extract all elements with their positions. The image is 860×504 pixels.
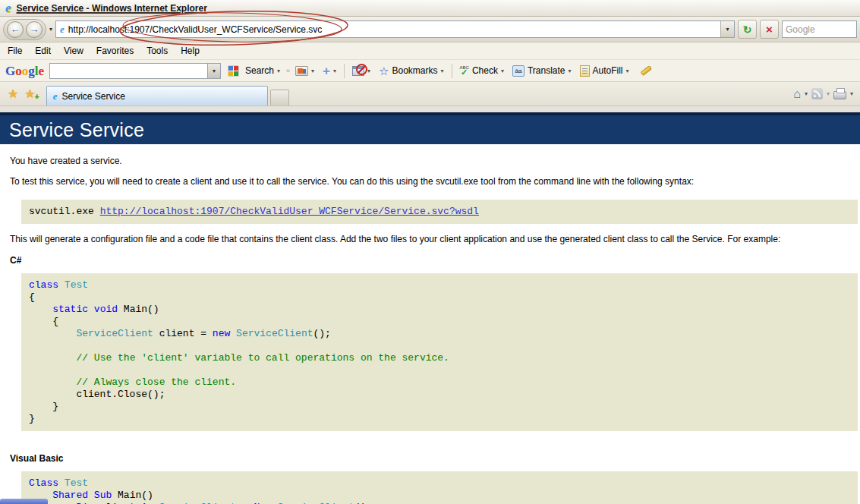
generate-instructions-text: This will generate a configuration file … bbox=[10, 234, 850, 244]
bookmarks-label: Bookmarks bbox=[392, 65, 438, 76]
refresh-icon: ↻ bbox=[743, 24, 752, 36]
plus-icon: + bbox=[323, 65, 330, 77]
bookmark-star-icon: ☆ bbox=[379, 65, 389, 77]
page-banner: Service Service bbox=[0, 112, 860, 144]
svcutil-command-prefix: svcutil.exe bbox=[29, 206, 100, 217]
spellcheck-icon: ABC ✓ bbox=[460, 65, 469, 77]
highlighter-button[interactable] bbox=[635, 67, 657, 74]
toolbar-resize-handle[interactable]: ‹› bbox=[286, 67, 289, 74]
menu-bar: File Edit View Favorites Tools Help bbox=[0, 43, 860, 60]
chevron-down-icon: ▾ bbox=[367, 68, 370, 74]
vb-heading: Visual Basic bbox=[10, 453, 860, 464]
menu-view[interactable]: View bbox=[58, 43, 91, 58]
favorites-button[interactable]: ★ bbox=[8, 88, 18, 100]
stop-button[interactable]: × bbox=[760, 20, 779, 39]
add-toolbar-button[interactable]: + ▾ bbox=[320, 63, 339, 79]
vb-code-block: Class Test Shared Sub Main() Dim client … bbox=[21, 471, 858, 504]
wsdl-link[interactable]: http://localhost:1907/CheckValidUser_WCF… bbox=[100, 206, 479, 217]
chrome-page-gap bbox=[0, 106, 860, 112]
tab-service-service[interactable]: e Service Service bbox=[46, 86, 268, 106]
chevron-down-icon: ▾ bbox=[277, 68, 280, 74]
tab-label: Service Service bbox=[61, 91, 124, 102]
chevron-down-icon: ▾ bbox=[827, 90, 830, 97]
send-to-icon bbox=[295, 66, 308, 76]
search-button-label: Search bbox=[245, 65, 274, 76]
google-icon bbox=[228, 65, 239, 77]
chevron-down-icon[interactable]: ▾ bbox=[850, 90, 853, 97]
new-tab-button[interactable] bbox=[270, 90, 289, 106]
back-button[interactable]: ← bbox=[7, 21, 24, 38]
rss-feed-button[interactable] bbox=[811, 88, 823, 99]
checkmark-icon: ✓ bbox=[461, 68, 468, 77]
autofill-label: AutoFill bbox=[593, 65, 623, 76]
page-title: Service Service bbox=[0, 119, 144, 141]
highlighter-icon bbox=[640, 65, 652, 76]
test-instructions-text: To test this service, you will need to c… bbox=[10, 176, 850, 187]
tab-bar: ★ ★+ e Service Service ⌂ ▾ ▾ ▾ bbox=[0, 82, 860, 106]
menu-help[interactable]: Help bbox=[175, 43, 207, 58]
window-title: Service Service - Windows Internet Explo… bbox=[17, 3, 207, 14]
google-search-dropdown[interactable]: ▾ bbox=[207, 63, 221, 79]
chevron-down-icon[interactable]: ▾ bbox=[805, 90, 808, 97]
chevron-down-icon: ▾ bbox=[441, 68, 444, 74]
star-icon: ★ bbox=[24, 87, 35, 100]
forward-arrow-icon: → bbox=[30, 24, 39, 35]
chevron-down-icon: ▾ bbox=[333, 68, 336, 74]
ie-logo-icon: e bbox=[5, 2, 11, 14]
browser-search-box bbox=[782, 20, 857, 38]
chevron-down-icon: ▾ bbox=[311, 68, 314, 74]
refresh-button[interactable]: ↻ bbox=[738, 20, 757, 39]
chevron-down-icon: ▾ bbox=[501, 68, 504, 74]
spellcheck-button[interactable]: ABC ✓ Check ▾ bbox=[458, 64, 506, 78]
translate-button[interactable]: âa Translate ▾ bbox=[510, 64, 574, 78]
autofill-icon bbox=[580, 65, 590, 77]
page-ie-icon: e bbox=[60, 24, 65, 36]
google-logo: Google bbox=[5, 65, 44, 77]
history-dropdown-icon[interactable]: ▾ bbox=[49, 26, 52, 33]
popup-blocker-icon bbox=[352, 66, 364, 76]
stop-icon: × bbox=[766, 23, 773, 36]
menu-file[interactable]: File bbox=[2, 43, 30, 58]
address-bar[interactable]: e http://localhost:1907/CheckValidUser_W… bbox=[55, 20, 735, 38]
translate-icon: âa bbox=[512, 65, 525, 77]
navigation-bar: ← → ▾ e http://localhost:1907/CheckValid… bbox=[0, 17, 860, 43]
svcutil-command-block: svcutil.exe http://localhost:1907/CheckV… bbox=[21, 200, 858, 224]
chevron-down-icon: ▾ bbox=[569, 68, 572, 74]
check-label: Check bbox=[472, 65, 498, 76]
address-url: http://localhost:1907/CheckValidUser_WCF… bbox=[68, 24, 717, 35]
menu-tools[interactable]: Tools bbox=[141, 43, 175, 58]
google-search-combo: ▾ bbox=[49, 63, 221, 79]
chevron-down-icon: ▾ bbox=[626, 68, 629, 74]
forward-button[interactable]: → bbox=[26, 21, 43, 38]
print-button[interactable] bbox=[833, 91, 846, 99]
add-favorite-button[interactable]: ★+ bbox=[24, 88, 35, 100]
menu-favorites[interactable]: Favorites bbox=[91, 43, 141, 58]
autofill-button[interactable]: AutoFill ▾ bbox=[578, 64, 632, 78]
chevron-down-icon: ▾ bbox=[213, 68, 216, 74]
title-bar: e Service Service - Windows Internet Exp… bbox=[0, 0, 860, 17]
tab-bar-right-tools: ⌂ ▾ ▾ ▾ bbox=[793, 82, 857, 106]
popup-blocker-button[interactable]: ▾ bbox=[350, 65, 373, 77]
google-toolbar: Google ▾ Search ▾ ‹› ▾ + ▾ ▾ ☆ Bookmarks… bbox=[0, 60, 860, 82]
home-button[interactable]: ⌂ bbox=[793, 88, 801, 100]
csharp-heading: C# bbox=[10, 255, 860, 266]
translate-label: Translate bbox=[528, 65, 565, 76]
nav-button-group: ← → bbox=[3, 19, 46, 40]
menu-edit[interactable]: Edit bbox=[30, 43, 58, 58]
address-dropdown-button[interactable]: ▾ bbox=[720, 21, 734, 37]
google-search-button[interactable]: Search ▾ bbox=[243, 64, 282, 77]
toolbar-separator bbox=[344, 64, 345, 78]
tab-ie-icon: e bbox=[53, 90, 58, 102]
favorites-buttons: ★ ★+ bbox=[3, 82, 42, 106]
bottom-left-blue-fragment bbox=[0, 499, 48, 504]
browser-search-input[interactable] bbox=[786, 24, 853, 35]
toolbar-separator bbox=[452, 64, 452, 78]
chevron-down-icon: ▾ bbox=[726, 26, 729, 33]
send-to-button[interactable]: ▾ bbox=[293, 65, 317, 77]
csharp-code-block: class Test { static void Main() { Servic… bbox=[21, 273, 858, 431]
back-arrow-icon: ← bbox=[11, 24, 20, 35]
created-service-text: You have created a service. bbox=[10, 156, 850, 166]
google-search-input[interactable] bbox=[49, 63, 207, 79]
plus-badge-icon: + bbox=[35, 93, 39, 101]
bookmarks-button[interactable]: ☆ Bookmarks ▾ bbox=[376, 64, 446, 78]
